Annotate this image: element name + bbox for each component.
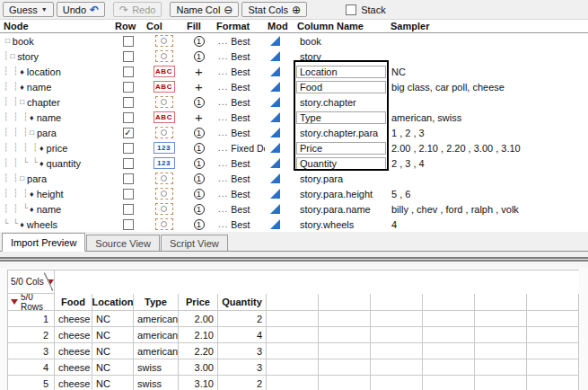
preview-column-header-type[interactable]: Type xyxy=(134,294,179,311)
preview-cell[interactable]: cheese xyxy=(55,311,92,327)
fill-plus-icon[interactable]: + xyxy=(195,66,203,77)
format-value[interactable]: Best xyxy=(231,36,250,47)
preview-column-header-price[interactable]: Price xyxy=(179,294,218,311)
preview-cell[interactable]: NC xyxy=(92,311,134,327)
preview-cell[interactable]: 2.00 xyxy=(179,311,218,327)
preview-cell[interactable]: 3.00 xyxy=(179,359,218,376)
preview-cell[interactable]: american xyxy=(134,327,179,343)
fill-once-icon[interactable]: 1 xyxy=(194,173,205,184)
row-checkbox[interactable] xyxy=(123,66,134,77)
node-cell[interactable]: ┆ ┆ └♦name xyxy=(0,201,112,217)
character-column-icon[interactable]: ABC xyxy=(154,111,175,123)
fill-plus-icon[interactable]: + xyxy=(195,82,203,93)
format-value[interactable]: Best xyxy=(231,158,250,169)
preview-cell[interactable]: cheese xyxy=(55,327,92,343)
row-number[interactable]: 5 xyxy=(8,376,55,390)
preview-cell[interactable]: NC xyxy=(92,327,134,343)
fill-once-icon[interactable]: 1 xyxy=(194,204,205,215)
column-name-input[interactable]: Price xyxy=(296,142,386,155)
format-menu-dots[interactable]: ... xyxy=(218,51,228,61)
column-name-input[interactable]: Food xyxy=(296,81,386,93)
node-cell[interactable]: ┆ ┆ ┆♦height xyxy=(0,186,112,201)
preview-cell[interactable]: NC xyxy=(92,343,134,359)
preview-cell[interactable]: 2.10 xyxy=(179,327,218,343)
row-checkbox[interactable] xyxy=(123,51,134,62)
fill-once-icon[interactable]: 1 xyxy=(194,189,205,199)
format-value[interactable]: Best xyxy=(231,173,250,184)
preview-cell[interactable]: swiss xyxy=(134,376,179,390)
preview-column-header-location[interactable]: Location xyxy=(92,294,134,311)
column-name-input[interactable]: Location xyxy=(296,66,386,78)
row-number[interactable]: 1 xyxy=(8,311,55,327)
rows-panel-badge[interactable]: 5/0 Rows xyxy=(8,294,55,311)
format-menu-dots[interactable]: ... xyxy=(218,128,228,137)
preview-cell[interactable]: 3 xyxy=(218,343,267,359)
character-column-icon[interactable]: ABC xyxy=(154,81,175,93)
format-menu-dots[interactable]: ... xyxy=(218,112,228,122)
row-checkbox[interactable]: ✓ xyxy=(123,128,134,138)
column-name-input[interactable]: Quantity xyxy=(296,157,386,170)
modeling-type-icon[interactable] xyxy=(270,82,280,92)
fill-once-icon[interactable]: 1 xyxy=(194,51,205,62)
modeling-type-icon[interactable] xyxy=(270,66,280,76)
fill-once-icon[interactable]: 1 xyxy=(194,128,205,138)
node-cell[interactable]: □book xyxy=(0,33,112,49)
modeling-type-icon[interactable] xyxy=(270,128,280,137)
preview-cell[interactable]: 2 xyxy=(218,376,267,390)
node-cell[interactable]: ┆ ┆♦location xyxy=(0,64,112,79)
format-menu-dots[interactable]: ... xyxy=(218,189,228,199)
format-menu-dots[interactable]: ... xyxy=(218,36,228,46)
tab-source-view[interactable]: Source View xyxy=(86,235,160,251)
preview-cell[interactable]: cheese xyxy=(55,359,92,376)
modeling-type-icon[interactable] xyxy=(270,112,280,122)
node-cell[interactable]: ┆ ┆ ┆ ┆♦price xyxy=(0,140,112,155)
row-number[interactable]: 2 xyxy=(8,327,55,343)
no-column-icon[interactable] xyxy=(155,96,173,108)
preview-cell[interactable]: 2.20 xyxy=(179,343,218,359)
fill-plus-icon[interactable]: + xyxy=(195,112,203,123)
format-menu-dots[interactable]: ... xyxy=(218,219,228,229)
preview-column-header-quantity[interactable]: Quantity xyxy=(218,294,267,311)
modeling-type-icon[interactable] xyxy=(270,158,280,168)
fill-once-icon[interactable]: 1 xyxy=(194,36,205,47)
preview-cell[interactable]: swiss xyxy=(134,359,179,376)
no-column-icon[interactable] xyxy=(155,218,173,230)
node-cell[interactable]: └ └♦wheels xyxy=(0,217,112,232)
node-cell[interactable]: ┆ ┆ ┆□para xyxy=(0,125,112,140)
preview-cell[interactable]: american xyxy=(134,311,179,327)
format-value[interactable]: Best xyxy=(231,66,250,77)
no-column-icon[interactable] xyxy=(155,173,173,184)
row-checkbox[interactable] xyxy=(123,173,134,184)
node-cell[interactable]: ┆ ┆ ┆♦name xyxy=(0,110,112,125)
modeling-type-icon[interactable] xyxy=(270,219,280,229)
row-checkbox[interactable] xyxy=(123,204,134,215)
format-value[interactable]: Fixed Dec xyxy=(231,143,265,154)
modeling-type-icon[interactable] xyxy=(270,36,280,46)
character-column-icon[interactable]: ABC xyxy=(154,66,175,77)
format-menu-dots[interactable]: ... xyxy=(218,173,228,183)
no-column-icon[interactable] xyxy=(155,50,173,62)
column-name-input[interactable]: Type xyxy=(296,111,386,124)
preview-cell[interactable]: 3 xyxy=(218,359,267,376)
modeling-type-icon[interactable] xyxy=(270,173,280,183)
preview-cell[interactable]: NC xyxy=(92,376,134,390)
no-column-icon[interactable] xyxy=(155,35,173,47)
preview-column-header-food[interactable]: Food xyxy=(55,294,92,311)
format-menu-dots[interactable]: ... xyxy=(218,66,228,76)
fill-once-icon[interactable]: 1 xyxy=(194,219,205,230)
row-checkbox[interactable] xyxy=(123,143,134,154)
format-value[interactable]: Best xyxy=(231,189,250,199)
row-checkbox[interactable] xyxy=(123,219,134,230)
format-menu-dots[interactable]: ... xyxy=(218,158,228,168)
no-column-icon[interactable] xyxy=(155,127,173,138)
format-value[interactable]: Best xyxy=(231,97,250,108)
format-value[interactable]: Best xyxy=(231,204,250,215)
tab-import-preview[interactable]: Import Preview xyxy=(2,233,85,252)
name-col-button[interactable]: Name Col ⊖ xyxy=(170,2,239,17)
row-checkbox[interactable] xyxy=(123,112,134,123)
fill-once-icon[interactable]: 1 xyxy=(194,143,205,154)
format-menu-dots[interactable]: ... xyxy=(218,204,228,214)
preview-cell[interactable]: 2 xyxy=(218,311,267,327)
modeling-type-icon[interactable] xyxy=(270,189,280,199)
node-cell[interactable]: ┆ ┆♦name xyxy=(0,79,112,94)
